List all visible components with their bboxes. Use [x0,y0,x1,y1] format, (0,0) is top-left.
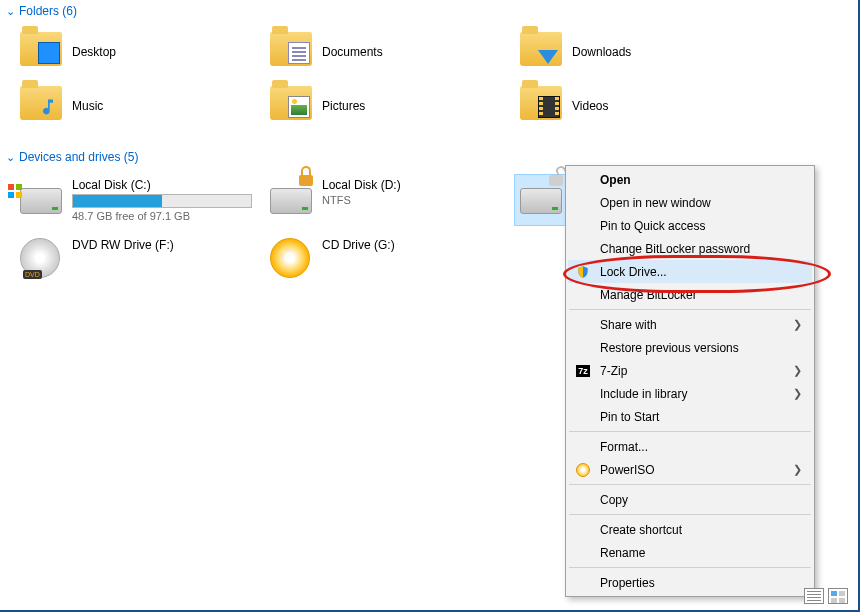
folder-label: Documents [322,45,383,59]
drive-cd[interactable]: CD Drive (G:) [264,234,514,284]
ctx-pin-quick-access[interactable]: Pin to Quick access [568,214,812,237]
cd-drive-icon [270,238,312,280]
separator [569,567,811,568]
dvd-drive-icon: DVD [20,238,62,280]
drive-c[interactable]: Local Disk (C:) 48.7 GB free of 97.1 GB [14,174,264,226]
chevron-down-icon: ⌄ [6,151,15,164]
ctx-manage-bitlocker[interactable]: Manage BitLocker [568,283,812,306]
folder-pictures[interactable]: Pictures [264,82,514,130]
ctx-pin-to-start[interactable]: Pin to Start [568,405,812,428]
ctx-rename[interactable]: Rename [568,541,812,564]
chevron-right-icon: ❯ [793,318,802,331]
folder-label: Videos [572,99,608,113]
chevron-right-icon: ❯ [793,463,802,476]
ctx-create-shortcut[interactable]: Create shortcut [568,518,812,541]
folder-downloads[interactable]: Downloads [514,28,764,76]
folders-grid: Desktop Documents Downloads Music Pictur… [0,22,858,146]
ctx-restore-previous-versions[interactable]: Restore previous versions [568,336,812,359]
separator [569,514,811,515]
folder-label: Pictures [322,99,365,113]
chevron-right-icon: ❯ [793,387,802,400]
lock-icon [298,168,314,186]
drive-name: CD Drive (G:) [322,238,395,252]
drive-dvd[interactable]: DVD DVD RW Drive (F:) [14,234,264,284]
folder-label: Downloads [572,45,631,59]
view-details-button[interactable] [804,588,824,604]
drives-header-label: Devices and drives (5) [19,150,138,164]
ctx-open[interactable]: Open [568,168,812,191]
ctx-7zip[interactable]: 7z 7-Zip❯ [568,359,812,382]
drive-name: DVD RW Drive (F:) [72,238,174,252]
folder-label: Music [72,99,103,113]
drive-icon [270,178,312,220]
view-thumbnails-button[interactable] [828,588,848,604]
shield-icon [575,264,591,280]
windows-flag-icon [8,184,22,198]
capacity-bar [72,194,252,208]
poweriso-icon [575,462,591,478]
drive-name: Local Disk (C:) [72,178,252,192]
view-switcher [804,588,848,604]
ctx-format[interactable]: Format... [568,435,812,458]
folder-icon [270,86,312,126]
chevron-down-icon: ⌄ [6,5,15,18]
ctx-properties[interactable]: Properties [568,571,812,594]
context-menu: Open Open in new window Pin to Quick acc… [565,165,815,597]
drive-icon [20,178,62,220]
ctx-share-with[interactable]: Share with❯ [568,313,812,336]
lock-open-icon [548,168,564,186]
ctx-open-new-window[interactable]: Open in new window [568,191,812,214]
folder-desktop[interactable]: Desktop [14,28,264,76]
separator [569,431,811,432]
folder-label: Desktop [72,45,116,59]
folders-header-label: Folders (6) [19,4,77,18]
folder-music[interactable]: Music [14,82,264,130]
ctx-change-bitlocker-password[interactable]: Change BitLocker password [568,237,812,260]
drive-d[interactable]: Local Disk (D:) NTFS [264,174,514,226]
chevron-right-icon: ❯ [793,364,802,377]
folder-icon [520,86,562,126]
ctx-copy[interactable]: Copy [568,488,812,511]
folder-documents[interactable]: Documents [264,28,514,76]
drive-icon [520,178,562,220]
folder-icon [520,32,562,72]
separator [569,309,811,310]
drive-name: Local Disk (D:) [322,178,401,192]
folders-section-header[interactable]: ⌄ Folders (6) [0,0,858,22]
drive-subtext: NTFS [322,194,401,206]
folder-icon [270,32,312,72]
ctx-include-in-library[interactable]: Include in library❯ [568,382,812,405]
folder-icon [20,32,62,72]
separator [569,484,811,485]
folder-icon [20,86,62,126]
ctx-poweriso[interactable]: PowerISO❯ [568,458,812,481]
folder-videos[interactable]: Videos [514,82,764,130]
drive-free-text: 48.7 GB free of 97.1 GB [72,210,252,222]
ctx-lock-drive[interactable]: Lock Drive... [568,260,812,283]
7zip-icon: 7z [575,363,591,379]
